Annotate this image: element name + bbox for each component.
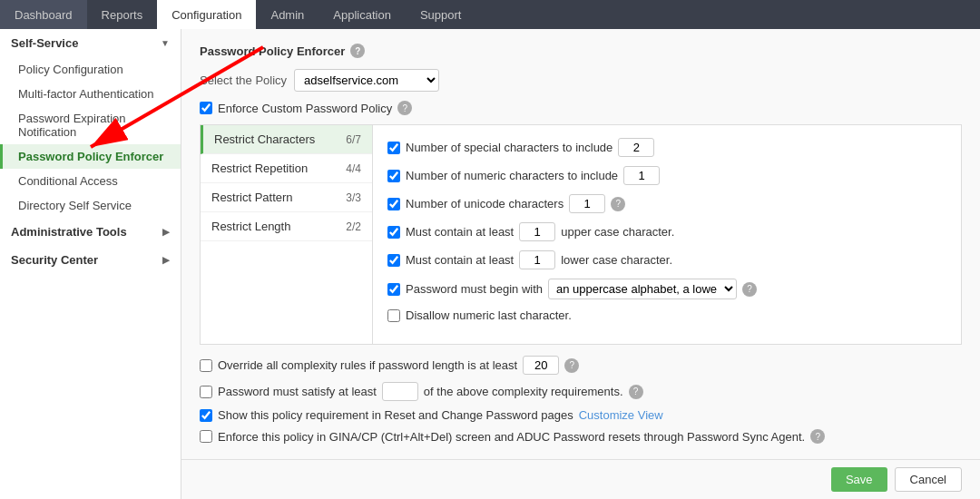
begin-with-select[interactable]: an uppercase alphabet, a lowe: [548, 279, 737, 299]
enforce-checkbox[interactable]: [200, 102, 212, 114]
bottom-options: Override all complexity rules if passwor…: [200, 356, 962, 444]
sidebar-section-security-center[interactable]: Security Center ▶: [0, 246, 181, 274]
sidebar-item-policy-configuration[interactable]: Policy Configuration: [0, 57, 181, 82]
nav-configuration[interactable]: Configuration: [157, 0, 256, 29]
bottom-enforce-gina: Enforce this policy in GINA/CP (Ctrl+Alt…: [200, 429, 962, 444]
show-policy-checkbox[interactable]: [200, 409, 212, 422]
cancel-button[interactable]: Cancel: [895, 467, 962, 492]
override-complexity-input[interactable]: [523, 356, 559, 375]
detail-disallow-numeric-last: Disallow numeric last character.: [387, 308, 946, 322]
details-panel: Number of special characters to include …: [373, 125, 961, 344]
category-restrict-characters[interactable]: Restrict Characters 6/7: [201, 125, 372, 154]
sidebar-item-mfa[interactable]: Multi-factor Authentication: [0, 82, 181, 106]
sidebar: Self-Service ▼ Policy Configuration Mult…: [0, 29, 181, 499]
special-chars-input[interactable]: [618, 138, 654, 157]
satisfy-requirements-checkbox[interactable]: [200, 386, 212, 398]
uppercase-input[interactable]: [519, 222, 555, 241]
override-complexity-checkbox[interactable]: [200, 359, 212, 372]
main-content: Password Policy Enforcer ? Select the Po…: [181, 29, 980, 459]
bottom-satisfy-requirements: Password must satisfy at least of the ab…: [200, 382, 962, 401]
sidebar-item-password-expiration[interactable]: Password Expiration Notification: [0, 106, 181, 144]
special-chars-checkbox[interactable]: [387, 142, 400, 154]
detail-begin-with: Password must begin with an uppercase al…: [387, 279, 946, 299]
nav-reports[interactable]: Reports: [87, 0, 158, 29]
satisfy-requirements-input[interactable]: [382, 382, 418, 401]
policy-selector-row: Select the Policy adselfservice.com: [200, 69, 962, 92]
sidebar-section-self-service[interactable]: Self-Service ▼: [0, 29, 181, 57]
lowercase-input[interactable]: [519, 250, 555, 269]
detail-numeric-chars: Number of numeric characters to include: [387, 166, 946, 185]
unicode-chars-checkbox[interactable]: [387, 198, 400, 210]
chevron-right-icon: ▶: [162, 255, 170, 265]
begin-with-help-icon[interactable]: ?: [742, 282, 757, 297]
policy-select[interactable]: adselfservice.com: [294, 69, 439, 92]
detail-uppercase: Must contain at least upper case charact…: [387, 222, 946, 241]
begin-with-checkbox[interactable]: [387, 283, 400, 296]
nav-support[interactable]: Support: [406, 0, 476, 29]
detail-unicode-chars: Number of unicode characters ?: [387, 194, 946, 213]
detail-lowercase: Must contain at least lower case charact…: [387, 250, 946, 269]
enforce-gina-help-icon[interactable]: ?: [810, 429, 825, 444]
unicode-help-icon[interactable]: ?: [611, 197, 625, 211]
page-title-help-icon[interactable]: ?: [350, 44, 365, 58]
category-restrict-pattern[interactable]: Restrict Pattern 3/3: [201, 183, 372, 212]
enforce-gina-checkbox[interactable]: [200, 430, 212, 443]
bottom-override-complexity: Override all complexity rules if passwor…: [200, 356, 962, 375]
chevron-right-icon: ▶: [162, 227, 170, 237]
save-button[interactable]: Save: [831, 467, 887, 492]
policy-body: Restrict Characters 6/7 Restrict Repetit…: [200, 124, 962, 345]
disallow-numeric-last-checkbox[interactable]: [387, 309, 400, 322]
top-nav: Dashboard Reports Configuration Admin Ap…: [0, 0, 980, 29]
footer: Save Cancel: [181, 459, 980, 499]
lowercase-checkbox[interactable]: [387, 254, 400, 267]
customize-view-link[interactable]: Customize View: [579, 408, 663, 422]
nav-admin[interactable]: Admin: [256, 0, 318, 29]
enforce-label: Enforce Custom Password Policy: [218, 102, 392, 115]
uppercase-checkbox[interactable]: [387, 226, 400, 239]
bottom-show-policy: Show this policy requirement in Reset an…: [200, 408, 962, 422]
enforce-help-icon[interactable]: ?: [397, 101, 412, 115]
unicode-chars-input[interactable]: [569, 194, 605, 213]
satisfy-requirements-help-icon[interactable]: ?: [629, 385, 643, 399]
sidebar-section-admin-tools[interactable]: Administrative Tools ▶: [0, 218, 181, 246]
category-list: Restrict Characters 6/7 Restrict Repetit…: [201, 125, 373, 344]
chevron-down-icon: ▼: [161, 38, 170, 48]
page-title: Password Policy Enforcer ?: [200, 44, 962, 58]
numeric-chars-input[interactable]: [623, 166, 660, 185]
policy-select-label: Select the Policy: [200, 73, 287, 87]
detail-special-chars: Number of special characters to include: [387, 138, 946, 157]
nav-application[interactable]: Application: [318, 0, 406, 29]
override-complexity-help-icon[interactable]: ?: [564, 358, 579, 373]
sidebar-item-password-policy-enforcer[interactable]: Password Policy Enforcer: [0, 144, 181, 169]
sidebar-item-directory-self-service[interactable]: Directory Self Service: [0, 193, 181, 218]
nav-dashboard[interactable]: Dashboard: [0, 0, 87, 29]
enforce-checkbox-row: Enforce Custom Password Policy ?: [200, 101, 962, 115]
sidebar-item-conditional-access[interactable]: Conditional Access: [0, 169, 181, 193]
category-restrict-length[interactable]: Restrict Length 2/2: [201, 212, 372, 241]
numeric-chars-checkbox[interactable]: [387, 170, 400, 182]
category-restrict-repetition[interactable]: Restrict Repetition 4/4: [201, 154, 372, 183]
